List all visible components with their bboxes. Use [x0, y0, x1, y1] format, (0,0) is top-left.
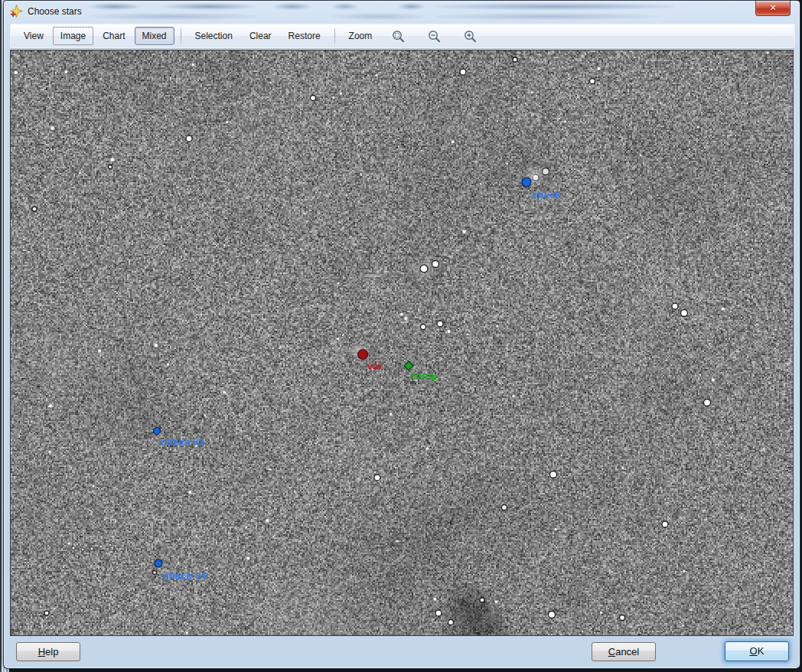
zoom-in-icon[interactable] — [464, 30, 477, 43]
sparkle-star-icon — [10, 5, 23, 18]
toolbar-button-chart[interactable]: Chart — [95, 27, 132, 45]
close-button[interactable]: ✕ — [755, 1, 791, 16]
toolbar-button-mixed[interactable]: Mixed — [135, 27, 174, 45]
star-label-check: check — [532, 189, 561, 201]
star-label-check-3: check #3 — [161, 436, 204, 448]
title-bar[interactable]: Choose stars ✕ — [4, 1, 800, 22]
star-label-check-4: check #4 — [163, 570, 207, 582]
zoom-out-icon[interactable] — [428, 30, 441, 43]
toolbar-button-zoom[interactable]: Zoom — [341, 27, 380, 45]
star-label-var: var — [367, 360, 383, 372]
choose-stars-dialog: Choose stars ✕ View Image Chart Mixed Se… — [3, 0, 800, 669]
toolbar-separator — [334, 28, 335, 44]
toolbar: View Image Chart Mixed Selection Clear R… — [10, 24, 795, 48]
help-button[interactable]: Help — [16, 642, 80, 661]
toolbar-button-clear[interactable]: Clear — [242, 27, 279, 45]
window-title: Choose stars — [28, 6, 82, 17]
cancel-button[interactable]: Cancel — [592, 642, 656, 661]
toolbar-button-view[interactable]: View — [16, 27, 51, 45]
footer-bar: Help Cancel OK — [4, 638, 800, 670]
toolbar-button-selection[interactable]: Selection — [187, 27, 240, 45]
star-label-comp: comp — [410, 370, 437, 381]
toolbar-separator — [181, 28, 181, 44]
zoom-selection-icon[interactable] — [392, 30, 405, 43]
toolbar-button-restore[interactable]: Restore — [281, 27, 328, 45]
aero-glass-blur — [4, 1, 800, 22]
star-field-canvas[interactable] — [11, 51, 793, 635]
toolbar-button-image[interactable]: Image — [53, 27, 93, 45]
star-field-view: checkvarcompcheck #3check #4 — [10, 50, 794, 636]
ok-button[interactable]: OK — [725, 641, 789, 661]
